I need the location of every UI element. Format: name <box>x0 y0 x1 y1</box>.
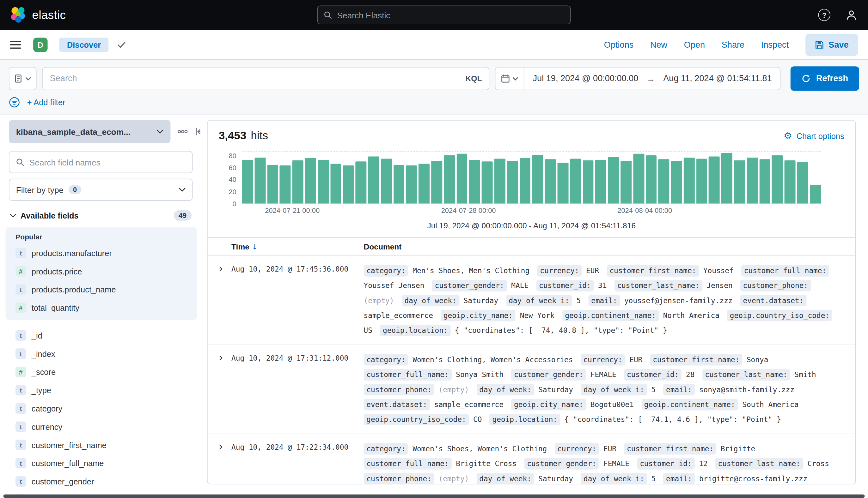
histogram-bar[interactable] <box>406 165 417 204</box>
histogram-bar[interactable] <box>532 155 544 204</box>
user-icon[interactable] <box>845 8 858 22</box>
filter-by-type-button[interactable]: Filter by type 0 <box>9 179 192 201</box>
data-view-picker[interactable]: kibana_sample_data_ecom... <box>9 120 170 143</box>
field-item-customer_gender[interactable]: tcustomer_gender <box>9 472 192 491</box>
help-icon[interactable]: ? <box>818 9 830 21</box>
collapse-sidebar-icon[interactable] <box>195 127 201 136</box>
menu-icon[interactable] <box>10 40 21 49</box>
histogram-bar[interactable] <box>570 158 581 204</box>
histogram-plot[interactable] <box>242 151 821 204</box>
elastic-home-link[interactable]: elastic <box>10 6 66 23</box>
histogram-bar[interactable] <box>545 159 556 204</box>
date-to[interactable]: Aug 11, 2024 @ 01:54:11.81 <box>655 74 780 84</box>
histogram-bar[interactable] <box>621 161 631 204</box>
histogram-bar[interactable] <box>381 158 392 204</box>
histogram-bar[interactable] <box>292 160 304 204</box>
doc-field-pair: geoip.city_name: Bogotu00e1 <box>511 401 634 409</box>
histogram-bar[interactable] <box>520 158 531 204</box>
field-item-_index[interactable]: t_index <box>9 344 192 363</box>
histogram-bar[interactable] <box>810 185 821 204</box>
save-button[interactable]: Save <box>805 34 858 55</box>
filter-list-icon[interactable] <box>9 97 20 108</box>
histogram-bar[interactable] <box>646 156 657 204</box>
histogram-bar[interactable] <box>697 158 707 204</box>
time-column-header[interactable]: Time↓ <box>231 242 364 251</box>
date-quick-select-button[interactable] <box>496 68 524 90</box>
check-icon[interactable] <box>118 41 126 48</box>
histogram-bar[interactable] <box>267 165 278 204</box>
global-search-input[interactable] <box>337 10 564 19</box>
appbar-link-open[interactable]: Open <box>684 39 705 50</box>
histogram-bar[interactable] <box>419 164 430 204</box>
expand-row-icon[interactable]: › <box>217 442 225 451</box>
appbar-link-options[interactable]: Options <box>604 39 634 50</box>
histogram-bar[interactable] <box>734 160 745 204</box>
breadcrumb-discover[interactable]: Discover <box>59 37 108 52</box>
kql-language-button[interactable]: KQL <box>465 74 482 83</box>
histogram-bar[interactable] <box>784 160 796 204</box>
histogram-bar[interactable] <box>583 160 593 204</box>
field-item-products.manufacturer[interactable]: tproducts.manufacturer <box>6 244 197 262</box>
horizontal-scrollbar-thumb[interactable] <box>3 494 865 498</box>
field-item-category[interactable]: tcategory <box>9 399 192 418</box>
chart-options-button[interactable]: ⚙ Chart options <box>783 131 844 141</box>
histogram-bar[interactable] <box>721 153 732 204</box>
histogram-bar[interactable] <box>671 161 682 204</box>
histogram-bar[interactable] <box>356 162 367 204</box>
saved-query-menu-button[interactable] <box>9 67 37 90</box>
histogram-bar[interactable] <box>595 160 606 204</box>
histogram-bar[interactable] <box>797 162 808 204</box>
available-fields-header[interactable]: Available fields 49 <box>9 210 192 220</box>
field-item-currency[interactable]: tcurrency <box>9 418 192 436</box>
histogram-bar[interactable] <box>772 156 783 204</box>
field-stats-icon[interactable] <box>178 130 188 134</box>
histogram-bar[interactable] <box>746 158 758 204</box>
field-item-products.price[interactable]: #products.price <box>6 262 197 280</box>
histogram-bar[interactable] <box>393 165 404 204</box>
histogram-bar[interactable] <box>280 165 291 204</box>
histogram-bar[interactable] <box>469 160 480 204</box>
histogram-bar[interactable] <box>457 154 468 204</box>
doc-field-pair: day_of_week: Saturday <box>477 385 573 394</box>
histogram-bar[interactable] <box>431 161 442 204</box>
histogram-bar[interactable] <box>608 157 619 204</box>
space-avatar[interactable]: D <box>33 37 48 52</box>
histogram-bar[interactable] <box>343 165 354 204</box>
histogram-bar[interactable] <box>709 156 720 204</box>
histogram-bar[interactable] <box>759 159 770 204</box>
field-item-_score[interactable]: #_score <box>9 363 192 381</box>
doc-field-name: day_of_week: <box>477 473 534 484</box>
histogram-bar[interactable] <box>330 164 341 204</box>
appbar-link-share[interactable]: Share <box>722 39 744 50</box>
appbar-link-inspect[interactable]: Inspect <box>761 39 789 50</box>
histogram-bar[interactable] <box>305 158 316 204</box>
field-item-_type[interactable]: t_type <box>9 381 192 399</box>
field-item-total_quantity[interactable]: #total_quantity <box>6 299 197 317</box>
histogram-bar[interactable] <box>242 160 253 204</box>
histogram-bar[interactable] <box>444 156 455 204</box>
histogram-bar[interactable] <box>254 158 266 204</box>
refresh-button[interactable]: Refresh <box>791 66 859 91</box>
histogram-bar[interactable] <box>494 158 506 204</box>
histogram-bar[interactable] <box>633 154 644 204</box>
field-search-input[interactable] <box>29 157 186 167</box>
appbar-link-new[interactable]: New <box>650 39 667 50</box>
field-item-customer_first_name[interactable]: tcustomer_first_name <box>9 436 192 454</box>
field-item-_id[interactable]: t_id <box>9 326 192 344</box>
expand-row-icon[interactable]: › <box>217 263 225 274</box>
histogram-bar[interactable] <box>318 160 329 204</box>
global-search[interactable] <box>317 6 571 25</box>
expand-row-icon[interactable]: › <box>217 352 225 363</box>
histogram-bar[interactable] <box>684 158 695 204</box>
histogram-bar[interactable] <box>659 159 669 204</box>
histogram-bar[interactable] <box>557 162 568 204</box>
histogram-bar[interactable] <box>368 156 379 204</box>
field-item-customer_full_name[interactable]: tcustomer_full_name <box>9 454 192 472</box>
field-item-products.product_name[interactable]: tproducts.product_name <box>6 280 197 299</box>
date-from[interactable]: Jul 19, 2024 @ 00:00:00.00 <box>524 74 647 84</box>
histogram-bar[interactable] <box>482 162 493 204</box>
query-search-input[interactable] <box>50 74 461 84</box>
histogram-bar[interactable] <box>507 161 518 204</box>
doc-field-value: EUR <box>629 356 642 364</box>
add-filter-button[interactable]: + Add filter <box>27 98 65 107</box>
